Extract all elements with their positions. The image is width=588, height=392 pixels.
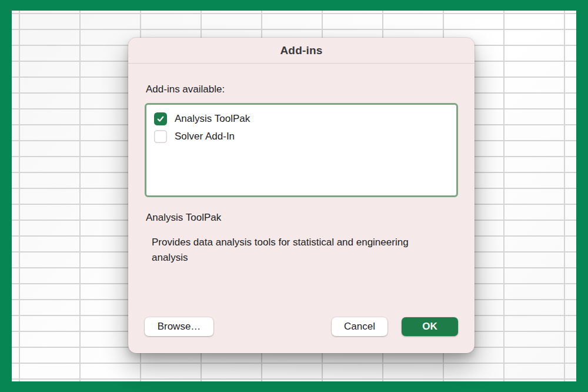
checkmark-icon xyxy=(156,115,165,123)
dialog-titlebar: Add-ins xyxy=(128,38,475,64)
cancel-button[interactable]: Cancel xyxy=(332,317,387,336)
addin-row-solver-addin[interactable]: Solver Add-In xyxy=(154,128,449,145)
addin-label: Analysis ToolPak xyxy=(175,113,250,125)
dialog-content: Add-ins available: Analysis ToolPak Solv… xyxy=(128,64,475,353)
selected-addin-name: Analysis ToolPak xyxy=(146,212,458,224)
analysis-toolpak-checkbox[interactable] xyxy=(154,112,167,125)
solver-addin-checkbox[interactable] xyxy=(154,130,167,143)
addin-label: Solver Add-In xyxy=(175,131,235,142)
addin-row-analysis-toolpak[interactable]: Analysis ToolPak xyxy=(154,110,449,128)
addins-available-label: Add-ins available: xyxy=(146,84,458,95)
browse-button[interactable]: Browse… xyxy=(145,317,213,336)
dialog-footer: Browse… Cancel OK xyxy=(145,317,458,336)
ok-button[interactable]: OK xyxy=(402,317,458,336)
dialog-title: Add-ins xyxy=(280,44,322,57)
addins-listbox[interactable]: Analysis ToolPak Solver Add-In xyxy=(145,103,458,197)
selected-addin-description: Provides data analysis tools for statist… xyxy=(152,235,422,265)
addins-dialog: Add-ins Add-ins available: Analysis Tool… xyxy=(128,38,475,353)
